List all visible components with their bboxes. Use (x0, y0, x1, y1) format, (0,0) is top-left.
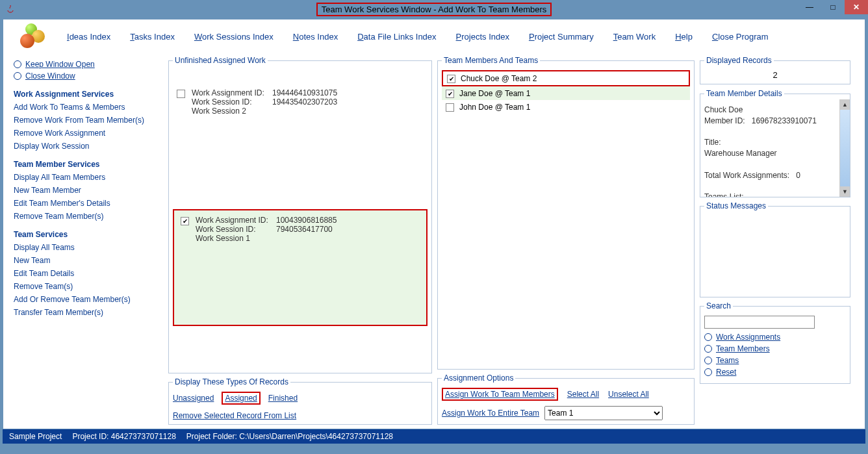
unfinished-assigned-work-panel: Unfinished Assigned Work Work Assignment… (168, 56, 432, 373)
displayed-records-count: 2 (704, 70, 846, 80)
team-member-checkbox[interactable] (446, 90, 454, 98)
window-frame: Ideas Index Tasks Index Work Sessions In… (3, 19, 865, 429)
work-item-checkbox[interactable] (181, 217, 189, 225)
minimize-button[interactable]: — (798, 0, 821, 14)
assign-work-entire-team[interactable]: Assign Work To Entire Team (442, 409, 539, 418)
menu-project-summary[interactable]: Project Summary (529, 32, 594, 42)
displayed-records-legend: Displayed Records (704, 56, 774, 65)
team-select[interactable]: Team 1 (544, 406, 663, 420)
link-transfer-team-members[interactable]: Transfer Team Member(s) (14, 308, 160, 317)
status-project-folder: C:\Users\Darren\Projects\464273737071128 (239, 432, 393, 441)
selected-work-item[interactable]: Work Assignment ID:10043906816885 Work S… (173, 209, 428, 326)
maximize-button[interactable]: □ (821, 0, 845, 14)
status-messages-panel: Status Messages (700, 201, 850, 297)
select-all[interactable]: Select All (567, 390, 599, 399)
team-member-name: Chuck Doe @ Team 2 (461, 74, 537, 83)
filter-assigned[interactable]: Assigned (222, 392, 260, 405)
team-member-details-legend: Team Member Details (704, 88, 784, 99)
detail-total: 0 (796, 171, 800, 180)
search-reset-radio[interactable] (704, 368, 712, 376)
link-remove-team-member[interactable]: Remove Team Member(s) (14, 212, 160, 221)
team-member-checkbox[interactable] (447, 75, 455, 83)
app-logo (15, 23, 47, 49)
team-member-checkbox[interactable] (446, 103, 454, 112)
statusbar: Sample Project Project ID: 4642737370711… (3, 429, 865, 444)
display-types-panel: Display These Types Of Records Unassigne… (168, 377, 432, 425)
close-window-radio[interactable] (14, 72, 21, 80)
status-messages-legend: Status Messages (704, 201, 768, 210)
work-item-checkbox[interactable] (177, 90, 185, 98)
unfinished-legend: Unfinished Assigned Work (173, 56, 268, 65)
display-types-legend: Display These Types Of Records (173, 377, 290, 386)
close-window-label[interactable]: Close Window (25, 71, 75, 81)
search-team-members-radio[interactable] (704, 345, 712, 353)
team-member-services-header: Team Member Services (14, 160, 160, 169)
team-member-row[interactable]: Chuck Doe @ Team 2 (442, 70, 690, 86)
window-title: Team Work Services Window - Add Work To … (316, 3, 552, 16)
sidebar: Keep Window Open Close Window Work Assig… (8, 56, 163, 425)
status-project-id: 464273737071128 (111, 432, 176, 441)
titlebar: Team Work Services Window - Add Work To … (0, 0, 868, 19)
detail-member-id: 169678233910071 (752, 116, 817, 125)
close-button[interactable]: ✕ (845, 0, 868, 14)
team-members-panel: Team Members And Teams Chuck Doe @ Team … (437, 56, 695, 370)
search-work-assignments-radio[interactable] (704, 333, 712, 341)
link-edit-team-member[interactable]: Edit Team Member's Details (14, 199, 160, 208)
search-legend: Search (704, 301, 733, 310)
menu-notes-index[interactable]: Notes Index (293, 32, 338, 42)
assign-work-to-members[interactable]: Assign Work To Team Members (442, 388, 558, 401)
remove-selected-record[interactable]: Remove Selected Record From List (173, 411, 296, 420)
unselect-all[interactable]: Unselect All (608, 390, 649, 399)
filter-finished[interactable]: Finished (268, 394, 298, 403)
scroll-down-icon[interactable]: ▼ (840, 186, 850, 197)
link-new-team-member[interactable]: New Team Member (14, 186, 160, 195)
link-new-team[interactable]: New Team (14, 256, 160, 265)
keep-window-open-label[interactable]: Keep Window Open (25, 60, 95, 69)
assignment-options-legend: Assignment Options (442, 373, 515, 383)
search-teams-radio[interactable] (704, 357, 712, 364)
menu-work-sessions-index[interactable]: Work Sessions Index (194, 32, 274, 42)
team-services-header: Team Services (14, 230, 160, 239)
work-item[interactable]: Work Assignment ID:194446410931075 Work … (173, 86, 428, 118)
team-members-legend: Team Members And Teams (442, 56, 540, 65)
work-assignment-services-header: Work Assignment Services (14, 90, 160, 99)
detail-name: Chuck Doe (704, 105, 846, 116)
team-member-row[interactable]: Jane Doe @ Team 1 (442, 86, 690, 100)
link-add-remove-team-members[interactable]: Add Or Remove Team Member(s) (14, 295, 160, 304)
assignment-options-panel: Assignment Options Assign Work To Team M… (437, 373, 695, 425)
search-panel: Search Work Assignments Team Members Tea… (700, 301, 850, 384)
link-display-all-members[interactable]: Display All Team Members (14, 173, 160, 182)
menu-team-work[interactable]: Team Work (613, 32, 656, 42)
java-icon (5, 4, 16, 14)
search-input[interactable] (704, 316, 815, 329)
detail-title: Warehouse Manager (704, 148, 846, 159)
details-scrollbar[interactable]: ▲ ▼ (839, 99, 850, 197)
status-project: Sample Project (9, 432, 62, 441)
menu-close-program[interactable]: Close Program (712, 32, 769, 42)
scroll-up-icon[interactable]: ▲ (840, 99, 850, 110)
menu-data-file-links-index[interactable]: Data File Links Index (357, 32, 436, 42)
link-display-work-session[interactable]: Display Work Session (14, 142, 160, 151)
menubar: Ideas Index Tasks Index Work Sessions In… (3, 19, 865, 53)
team-member-name: Jane Doe @ Team 1 (459, 89, 530, 98)
filter-unassigned[interactable]: Unassigned (173, 394, 214, 403)
scroll-thumb[interactable] (840, 110, 850, 186)
team-member-details-panel: Team Member Details Chuck Doe Member ID:… (700, 88, 850, 197)
team-member-name: John Doe @ Team 1 (459, 103, 530, 112)
link-edit-team-details[interactable]: Edit Team Details (14, 269, 160, 278)
keep-window-open-radio[interactable] (14, 60, 21, 68)
link-remove-teams[interactable]: Remove Team(s) (14, 282, 160, 291)
link-display-all-teams[interactable]: Display All Teams (14, 243, 160, 252)
displayed-records-panel: Displayed Records 2 (700, 56, 850, 84)
menu-tasks-index[interactable]: Tasks Index (130, 32, 175, 42)
link-remove-work-assignment[interactable]: Remove Work Assignment (14, 129, 160, 138)
menu-projects-index[interactable]: Projects Index (456, 32, 509, 42)
team-member-row[interactable]: John Doe @ Team 1 (442, 100, 690, 114)
link-add-work-to-teams[interactable]: Add Work To Teams & Members (14, 103, 160, 112)
link-remove-work-from-member[interactable]: Remove Work From Team Member(s) (14, 116, 160, 125)
menu-help[interactable]: Help (675, 32, 693, 42)
menu-ideas-index[interactable]: Ideas Index (67, 32, 110, 42)
